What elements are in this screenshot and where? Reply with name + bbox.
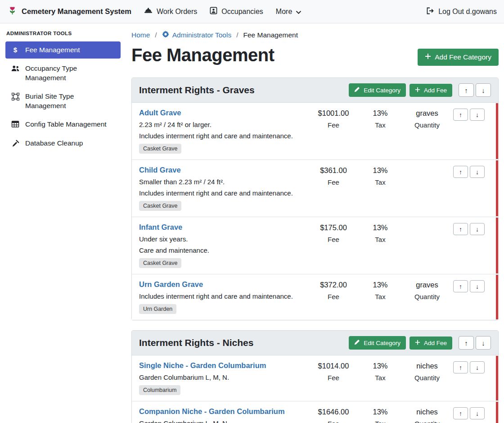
fee-amount-label: Fee [310,178,357,186]
pencil-icon [354,339,360,346]
logout-button[interactable]: Log Out d.gowans [426,7,497,16]
sidebar-item-label: Database Cleanup [25,139,83,148]
edit-category-label: Edit Category [364,87,400,94]
vector-square-icon [11,93,20,100]
breadcrumb: Home / Administrator Tools / Fee Managem… [131,31,499,40]
fee-type-badge: Casket Grave [139,144,181,154]
move-category-down-button[interactable]: ↓ [476,83,491,97]
edit-category-label: Edit Category [364,340,400,346]
move-category-up-button[interactable]: ↑ [459,83,474,97]
add-fee-label: Add Fee [424,340,447,346]
hard-hat-icon [144,7,153,16]
fee-amount-label: Fee [310,420,357,423]
nav-item-work-orders[interactable]: Work Orders [144,7,197,16]
row-accent-strip [496,218,498,273]
move-fee-down-button[interactable]: ↓ [470,280,485,292]
tax-col: 13% Tax [357,407,404,423]
category-card: Interment Rights - Niches Edit Category … [131,330,499,423]
fee-info: Single Niche - Garden Columbarium Garden… [139,361,310,395]
quantity-col: niches Quantity [404,407,450,423]
fee-name-link[interactable]: Urn Garden Grave [139,280,203,288]
fee-amount: $1014.00 [310,362,357,370]
gear-icon [162,31,169,40]
edit-category-button[interactable]: Edit Category [349,83,406,97]
move-fee-up-button[interactable]: ↑ [453,280,468,292]
fee-name-link[interactable]: Companion Niche - Garden Columbarium [139,407,285,415]
move-fee-up-button[interactable]: ↑ [453,109,468,121]
nav-label-occupancies: Occupancies [221,8,263,16]
fee-reorder-actions: ↑ ↓ [453,407,485,419]
breadcrumb-home-link[interactable]: Home [131,31,150,39]
move-category-up-button[interactable]: ↑ [459,336,474,350]
category-card-header: Interment Rights - Graves Edit Category … [132,78,498,103]
nav-item-more[interactable]: More [276,8,301,16]
fee-amount: $372.00 [310,281,357,289]
move-fee-down-button[interactable]: ↓ [470,361,485,373]
sidebar-item-database-cleanup[interactable]: Database Cleanup [5,135,121,152]
category-reorder-actions: ↑ ↓ [459,336,491,350]
broom-icon [11,140,20,147]
fee-name-link[interactable]: Child Grave [139,166,181,174]
tax-col: 13% Tax [357,109,404,129]
fee-amount-label: Fee [310,293,357,300]
fee-info: Companion Niche - Garden Columbarium Gar… [139,407,310,423]
tax-label: Tax [357,293,404,300]
fee-amount-col: $1014.00 Fee [310,361,357,382]
breadcrumb-separator: / [155,31,157,39]
fee-info: Infant Grave Under six years. Care and m… [139,223,310,268]
fee-amount: $175.00 [310,223,357,232]
move-fee-up-button[interactable]: ↑ [453,223,468,235]
fee-row: Companion Niche - Garden Columbarium Gar… [132,401,498,423]
fee-description: Smaller than 2.23 m² / 24 ft². [139,178,305,186]
sidebar-item-fee-management[interactable]: $ Fee Management [5,41,121,59]
move-fee-down-button[interactable]: ↓ [470,407,485,419]
sidebar-item-config-table-management[interactable]: Config Table Management [5,116,121,133]
fee-name-link[interactable]: Single Niche - Garden Columbarium [139,361,266,369]
fee-description: Includes interment right and care and ma… [139,292,305,300]
plus-icon [425,53,431,61]
tax-value: 13% [357,109,404,118]
category-card-header: Interment Rights - Niches Edit Category … [132,331,498,355]
sidebar-item-burial-site-type-management[interactable]: Burial Site Type Management [5,88,121,114]
fee-name-link[interactable]: Adult Grave [139,109,181,117]
row-accent-strip [496,356,498,400]
add-fee-button[interactable]: Add Fee [410,337,452,350]
plus-icon [415,340,420,346]
fee-amount-col: $1001.00 Fee [310,109,357,129]
tax-label: Tax [357,374,404,382]
breadcrumb-admin-tools-link[interactable]: Administrator Tools [162,31,232,40]
row-accent-strip [496,160,498,216]
move-fee-up-button[interactable]: ↑ [453,166,468,178]
logout-label: Log Out d.gowans [438,8,497,16]
fee-description: Care and maintenance. [139,246,305,254]
move-fee-down-button[interactable]: ↓ [470,109,485,121]
pencil-icon [354,86,360,94]
move-category-down-button[interactable]: ↓ [476,336,491,350]
nav-item-occupancies[interactable]: Occupancies [210,7,263,16]
app-title: Cemetery Management System [22,7,131,16]
add-fee-category-button[interactable]: Add Fee Category [418,49,499,66]
fee-amount: $1646.00 [310,408,357,416]
main-content: Home / Administrator Tools / Fee Managem… [126,23,504,423]
fee-name-link[interactable]: Infant Grave [139,223,182,231]
table-icon [11,121,20,127]
page-header: Fee Management Add Fee Category [131,45,499,66]
edit-category-button[interactable]: Edit Category [349,336,406,350]
move-fee-up-button[interactable]: ↑ [453,361,468,373]
fee-info: Adult Grave 2.23 m² / 24 ft² or larger. … [139,109,310,154]
sidebar-item-occupancy-type-management[interactable]: Occupancy Type Management [5,60,121,86]
nav-label-more: More [276,8,292,16]
add-fee-button[interactable]: Add Fee [410,84,452,97]
category-title: Interment Rights - Graves [139,85,255,96]
move-fee-down-button[interactable]: ↓ [470,223,485,235]
add-fee-label: Add Fee [424,87,447,94]
quantity-col: niches Quantity [404,361,450,382]
fee-description: Garden Columbarium L, M, N. [139,373,305,381]
fee-amount-col: $372.00 Fee [310,280,357,300]
fee-info: Child Grave Smaller than 2.23 m² / 24 ft… [139,166,310,211]
move-fee-up-button[interactable]: ↑ [453,407,468,419]
row-accent-strip [496,103,498,159]
move-fee-down-button[interactable]: ↓ [470,166,485,178]
occupancies-icon [210,7,217,16]
fee-row: Urn Garden Grave Includes interment righ… [132,274,498,320]
